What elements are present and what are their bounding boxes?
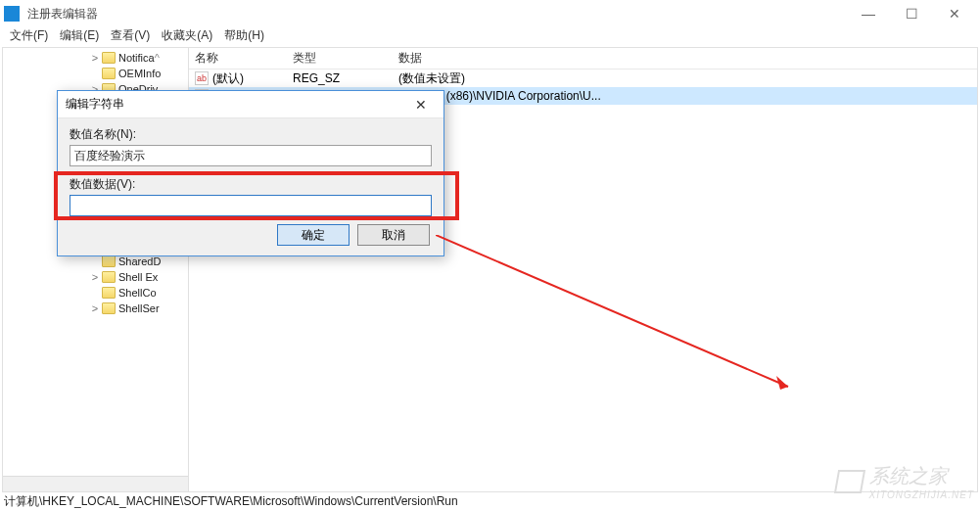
ok-button[interactable]: 确定 xyxy=(277,224,350,246)
folder-icon xyxy=(102,68,116,79)
folder-icon xyxy=(102,302,116,314)
tree-item[interactable]: >Notifica ^ xyxy=(3,50,188,66)
tree-item-label: Notifica xyxy=(118,52,155,64)
menu-help[interactable]: 帮助(H) xyxy=(220,27,268,47)
tree-item-label: ShellCo xyxy=(118,287,157,299)
tree-item-label: SharedD xyxy=(118,255,161,267)
col-name[interactable]: 名称 xyxy=(189,50,287,67)
value-data-label: 数值数据(V): xyxy=(70,176,432,193)
value-data-input[interactable] xyxy=(70,195,432,216)
tree-item-label: OEMInfo xyxy=(118,68,161,79)
value-name-input[interactable] xyxy=(70,145,432,166)
cancel-button[interactable]: 取消 xyxy=(357,224,430,246)
folder-icon xyxy=(102,287,116,299)
tree-hscrollbar[interactable] xyxy=(3,476,188,491)
dialog-title: 编辑字符串 xyxy=(66,96,124,113)
menu-favorites[interactable]: 收藏夹(A) xyxy=(158,27,216,47)
folder-icon xyxy=(102,255,116,267)
tree-item[interactable]: ShellCo xyxy=(3,285,188,301)
expand-toggle-icon[interactable]: > xyxy=(89,302,101,314)
string-value-icon: ab xyxy=(195,71,209,85)
list-row[interactable]: ab(默认)REG_SZ(数值未设置) xyxy=(189,70,977,87)
status-path: 计算机\HKEY_LOCAL_MACHINE\SOFTWARE\Microsof… xyxy=(4,493,458,510)
folder-icon xyxy=(102,52,116,64)
expand-toggle-icon[interactable]: > xyxy=(89,271,101,283)
col-data[interactable]: 数据 xyxy=(393,50,977,67)
menu-file[interactable]: 文件(F) xyxy=(6,27,52,47)
tree-item[interactable]: >Shell Ex xyxy=(3,269,188,285)
tree-item[interactable]: >ShellSer xyxy=(3,301,188,316)
menubar: 文件(F) 编辑(E) 查看(V) 收藏夹(A) 帮助(H) xyxy=(0,27,980,47)
tree-item[interactable]: OEMInfo xyxy=(3,66,188,81)
list-header: 名称 类型 数据 xyxy=(189,48,977,70)
value-name-label: 数值名称(N): xyxy=(70,126,432,143)
col-type[interactable]: 类型 xyxy=(287,50,393,67)
dialog-titlebar[interactable]: 编辑字符串 ✕ xyxy=(58,91,443,118)
status-bar: 计算机\HKEY_LOCAL_MACHINE\SOFTWARE\Microsof… xyxy=(0,492,980,510)
titlebar: 注册表编辑器 — ☐ ✕ xyxy=(0,0,980,27)
expand-toggle-icon[interactable]: > xyxy=(89,52,101,64)
close-button[interactable]: ✕ xyxy=(933,0,976,27)
cell-type: REG_SZ xyxy=(287,71,393,85)
menu-edit[interactable]: 编辑(E) xyxy=(56,27,103,47)
minimize-button[interactable]: — xyxy=(847,0,890,27)
menu-view[interactable]: 查看(V) xyxy=(107,27,154,47)
tree-item-label: Shell Ex xyxy=(118,271,158,283)
regedit-icon xyxy=(4,6,20,22)
cell-name: ab(默认) xyxy=(189,70,287,87)
edit-string-dialog: 编辑字符串 ✕ 数值名称(N): 数值数据(V): 确定 取消 xyxy=(57,90,444,256)
folder-icon xyxy=(102,271,116,283)
cell-data: am Files (x86)\NVIDIA Corporation\U... xyxy=(393,89,977,103)
window-title: 注册表编辑器 xyxy=(27,6,98,23)
tree-item-label: ShellSer xyxy=(118,302,160,314)
maximize-button[interactable]: ☐ xyxy=(890,0,933,27)
dialog-close-button[interactable]: ✕ xyxy=(406,97,436,113)
cell-data: (数值未设置) xyxy=(393,70,977,87)
